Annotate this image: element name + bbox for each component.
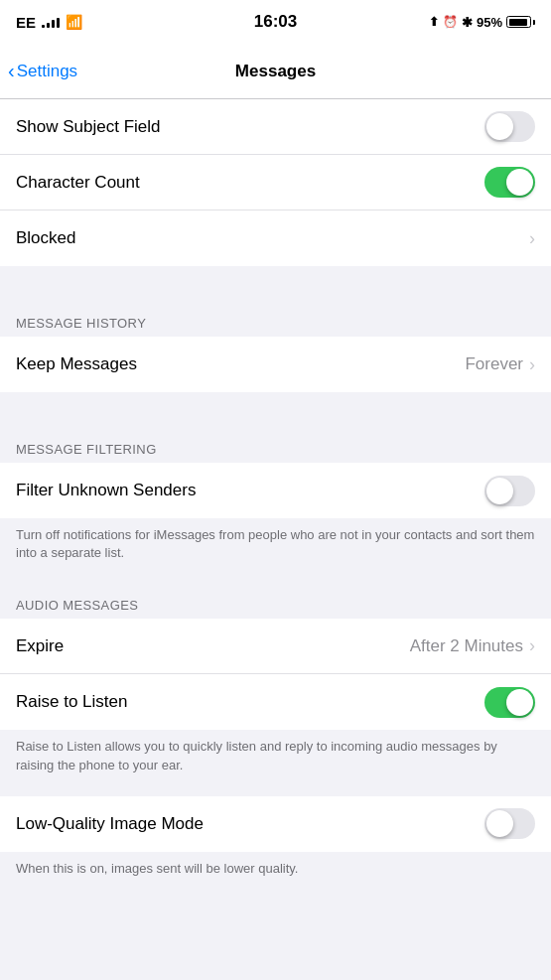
toggle-knob [506, 689, 533, 716]
section-audio-messages: AUDIO MESSAGES Expire After 2 Minutes › … [0, 584, 551, 787]
raise-to-listen-label: Raise to Listen [16, 692, 127, 712]
show-subject-field-label: Show Subject Field [16, 117, 161, 137]
cell-group-image-quality: Low-Quality Image Mode [0, 796, 551, 852]
message-filtering-header: MESSAGE FILTERING [0, 428, 551, 463]
spacer-1 [0, 266, 551, 302]
blocked-right: › [529, 228, 535, 249]
keep-messages-label: Keep Messages [16, 354, 137, 374]
blocked-row[interactable]: Blocked › [0, 210, 551, 266]
character-count-row[interactable]: Character Count [0, 155, 551, 210]
filter-unknown-senders-row[interactable]: Filter Unknown Senders [0, 463, 551, 518]
keep-messages-right: Forever › [465, 354, 535, 375]
signal-bars-icon [42, 16, 60, 28]
low-quality-image-mode-label: Low-Quality Image Mode [16, 814, 204, 834]
expire-chevron-icon: › [529, 635, 535, 656]
message-filtering-footer: Turn off notifications for iMessages fro… [0, 518, 551, 576]
toggle-knob [486, 810, 513, 837]
carrier-label: EE [16, 14, 36, 31]
spacer-3 [0, 788, 551, 796]
message-history-header: MESSAGE HISTORY [0, 302, 551, 337]
expire-label: Expire [16, 636, 64, 656]
battery-tip [533, 20, 535, 25]
toggle-knob [486, 113, 513, 140]
page-title: Messages [235, 62, 316, 81]
keep-messages-row[interactable]: Keep Messages Forever › [0, 337, 551, 392]
wifi-icon: 📶 [66, 14, 82, 30]
blocked-chevron-icon: › [529, 228, 535, 249]
filter-unknown-senders-label: Filter Unknown Senders [16, 481, 196, 500]
raise-to-listen-row[interactable]: Raise to Listen [0, 674, 551, 730]
cell-group-sms: Show Subject Field Character Count Block… [0, 99, 551, 266]
battery-fill [509, 19, 527, 26]
cell-group-message-filtering: Filter Unknown Senders [0, 463, 551, 518]
raise-to-listen-toggle[interactable] [484, 687, 535, 718]
nav-bar: ‹ Settings Messages [0, 44, 551, 99]
section-sms-settings: Show Subject Field Character Count Block… [0, 99, 551, 266]
expire-row[interactable]: Expire After 2 Minutes › [0, 619, 551, 674]
status-bar: EE 📶 16:03 ⬆ ⏰ ✱ 95% [0, 0, 551, 44]
battery-percent-label: 95% [477, 15, 502, 30]
back-chevron-icon: ‹ [8, 60, 15, 82]
section-image-quality: Low-Quality Image Mode When this is on, … [0, 796, 551, 892]
toggle-knob [486, 478, 513, 504]
battery-body [506, 16, 531, 28]
audio-messages-footer: Raise to Listen allows you to quickly li… [0, 730, 551, 787]
blocked-label: Blocked [16, 228, 75, 248]
image-quality-footer: When this is on, images sent will be low… [0, 852, 551, 892]
expire-value: After 2 Minutes [410, 636, 523, 656]
section-message-history: MESSAGE HISTORY Keep Messages Forever › [0, 302, 551, 392]
filter-unknown-senders-toggle[interactable] [484, 476, 535, 506]
battery-icon [506, 16, 535, 28]
show-subject-field-row[interactable]: Show Subject Field [0, 99, 551, 155]
signal-bar-3 [52, 20, 55, 28]
cell-group-audio-messages: Expire After 2 Minutes › Raise to Listen [0, 619, 551, 730]
signal-bar-1 [42, 25, 45, 28]
character-count-toggle[interactable] [484, 167, 535, 198]
location-icon: ⬆ [429, 15, 439, 29]
bluetooth-icon: ✱ [462, 15, 473, 30]
section-message-filtering: MESSAGE FILTERING Filter Unknown Senders… [0, 428, 551, 576]
character-count-label: Character Count [16, 173, 140, 193]
show-subject-field-toggle[interactable] [484, 111, 535, 142]
alarm-icon: ⏰ [443, 15, 458, 29]
cell-group-message-history: Keep Messages Forever › [0, 337, 551, 392]
low-quality-image-mode-row[interactable]: Low-Quality Image Mode [0, 796, 551, 852]
audio-messages-header: AUDIO MESSAGES [0, 584, 551, 619]
spacer-2 [0, 392, 551, 428]
back-button[interactable]: ‹ Settings [8, 60, 77, 82]
status-bar-right: ⬆ ⏰ ✱ 95% [429, 15, 535, 30]
expire-right: After 2 Minutes › [410, 635, 535, 656]
keep-messages-value: Forever [465, 354, 523, 374]
status-bar-left: EE 📶 [16, 14, 82, 31]
back-label: Settings [17, 62, 77, 81]
signal-bar-2 [47, 23, 50, 28]
keep-messages-chevron-icon: › [529, 354, 535, 375]
toggle-knob [506, 169, 533, 196]
status-bar-time: 16:03 [254, 12, 297, 32]
signal-bar-4 [57, 18, 60, 28]
spacer-small [0, 576, 551, 584]
low-quality-image-mode-toggle[interactable] [484, 808, 535, 839]
